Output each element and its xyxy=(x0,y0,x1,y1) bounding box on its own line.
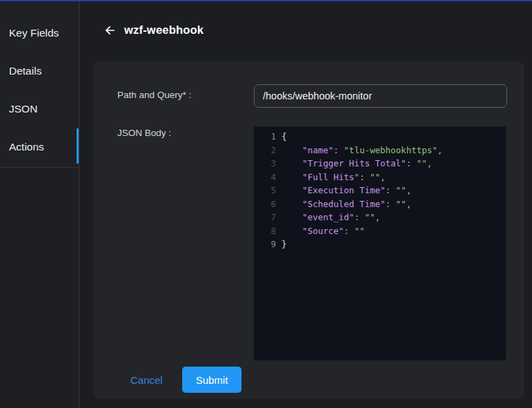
header: wzf-weebhook xyxy=(80,1,532,61)
sidebar-item-label: Actions xyxy=(9,141,44,153)
cancel-button[interactable]: Cancel xyxy=(125,367,168,393)
sidebar-item-label: Key Fields xyxy=(9,27,59,39)
code-line: 8 "Source": "" xyxy=(254,224,506,238)
code-content: "Full Hits": "", xyxy=(276,171,386,184)
code-line: 5 "Execution Time": "", xyxy=(254,184,506,197)
line-number: 7 xyxy=(254,211,276,224)
code-line: 6 "Scheduled Time": "", xyxy=(254,197,506,211)
code-content: "Source": "" xyxy=(276,224,364,238)
page-title: wzf-weebhook xyxy=(124,23,204,37)
code-content: "Scheduled Time": "", xyxy=(276,197,411,211)
path-and-query-label: Path and Query* : xyxy=(117,90,191,100)
back-button[interactable] xyxy=(103,23,117,37)
sidebar-item-actions[interactable]: Actions xyxy=(0,128,79,166)
line-number: 9 xyxy=(254,237,276,251)
code-line: 1{ xyxy=(254,130,506,144)
code-content: "name": "tlu-webhookhttps", xyxy=(276,144,442,157)
json-body-label: JSON Body : xyxy=(117,128,171,138)
line-number: 2 xyxy=(254,144,276,157)
submit-button[interactable]: Submit xyxy=(182,367,242,393)
code-line: 3 "Trigger Hits Total": "", xyxy=(254,157,506,171)
code-content: } xyxy=(276,237,287,251)
code-content: { xyxy=(276,130,287,144)
code-content: "Trigger Hits Total": "", xyxy=(276,157,432,171)
json-body-editor[interactable]: 1{2 "name": "tlu-webhookhttps",3 "Trigge… xyxy=(254,126,506,360)
code-line: 2 "name": "tlu-webhookhttps", xyxy=(254,144,506,157)
sidebar-item-key-fields[interactable]: Key Fields xyxy=(0,14,79,52)
line-number: 6 xyxy=(254,197,276,211)
line-number: 5 xyxy=(254,184,276,197)
arrow-left-icon xyxy=(104,24,116,37)
line-number: 3 xyxy=(254,157,276,171)
app-window: Key FieldsDetailsJSONActions wzf-weebhoo… xyxy=(0,0,532,408)
line-number: 1 xyxy=(254,130,276,144)
code-line: 7 "event_id": "", xyxy=(254,211,506,224)
code-line: 4 "Full Hits": "", xyxy=(254,171,506,184)
path-and-query-input[interactable] xyxy=(254,84,507,108)
active-item-indicator xyxy=(77,128,79,164)
code-line: 9} xyxy=(254,237,506,251)
sidebar: Key FieldsDetailsJSONActions xyxy=(0,1,79,408)
code-content: "Execution Time": "", xyxy=(276,184,411,197)
sidebar-item-json[interactable]: JSON xyxy=(0,90,79,128)
code-content: "event_id": "", xyxy=(276,211,380,224)
line-number: 4 xyxy=(254,171,276,184)
sidebar-item-details[interactable]: Details xyxy=(0,52,79,90)
action-form-card: Path and Query* : JSON Body : 1{2 "name"… xyxy=(93,61,524,399)
line-number: 8 xyxy=(254,224,276,238)
sidebar-nav: Key FieldsDetailsJSONActions xyxy=(0,14,79,168)
sidebar-item-label: JSON xyxy=(9,103,37,115)
sidebar-item-label: Details xyxy=(9,65,41,77)
